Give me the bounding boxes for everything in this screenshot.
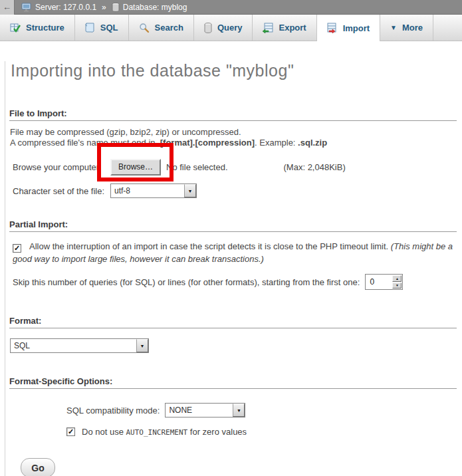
database-icon	[112, 3, 120, 12]
allow-interrupt-row: ✓Allow the interruption of an import in …	[13, 240, 459, 265]
browse-label: Browse your computer:	[13, 162, 110, 172]
page-title: Importing into the database "myblog"	[11, 61, 462, 80]
spinner-down-button[interactable]: ▼	[392, 283, 402, 289]
server-icon	[21, 3, 32, 12]
section-heading-partial-import: Partial Import:	[9, 219, 457, 232]
tab-sql[interactable]: SQL	[75, 15, 129, 41]
breadcrumb: Server: 127.0.0.1 » Database: myblog	[21, 3, 187, 12]
tab-bar: Structure SQL Search Query Export	[0, 15, 462, 41]
breadcrumb-bar: ← Server: 127.0.0.1 » Database: myblog	[0, 0, 462, 15]
allow-interrupt-checkbox[interactable]: ✓	[13, 244, 21, 253]
select-arrow-icon[interactable]: ▼	[233, 404, 245, 417]
tab-label: SQL	[100, 23, 118, 33]
tab-more[interactable]: ▼ More	[380, 15, 433, 41]
compression-line2-mid: . Example:	[255, 138, 298, 148]
select-arrow-icon[interactable]: ▼	[136, 339, 148, 352]
tab-label: Search	[155, 23, 183, 33]
section-heading-format: Format:	[9, 316, 457, 328]
search-icon	[139, 23, 150, 33]
autoinc-prefix: Do not use	[82, 427, 126, 437]
charset-label: Character set of the file:	[13, 186, 110, 196]
go-button[interactable]: Go	[21, 458, 55, 476]
sql-compat-select[interactable]: NONE ▼	[165, 403, 245, 417]
compression-line1: File may be compressed (gzip, bzip2, zip…	[10, 127, 241, 137]
no-file-selected-text: No file selected.	[166, 162, 228, 172]
section-heading-format-options: Format-Specific Options:	[9, 376, 457, 389]
structure-icon	[10, 23, 21, 33]
autoinc-suffix: for zero values	[187, 427, 247, 437]
chevron-down-icon: ▼	[390, 24, 397, 31]
compression-note: File may be compressed (gzip, bzip2, zip…	[10, 127, 455, 148]
autoinc-code: AUTO_INCREMENT	[126, 428, 188, 437]
browse-row: Browse your computer: Browse… No file se…	[13, 158, 462, 176]
section-heading-file-to-import: File to Import:	[9, 108, 457, 121]
spinner-up-button[interactable]: ▲	[392, 275, 402, 282]
breadcrumb-database[interactable]: Database: myblog	[123, 3, 187, 12]
sql-compat-row: SQL compatibility mode: NONE ▼	[66, 402, 462, 418]
select-arrow-icon[interactable]: ▼	[184, 184, 196, 197]
tab-search[interactable]: Search	[129, 15, 194, 41]
format-select[interactable]: SQL ▼	[10, 338, 149, 353]
breadcrumb-separator: »	[102, 3, 106, 12]
skip-queries-value: 0	[366, 275, 392, 289]
import-icon	[327, 23, 338, 33]
allow-interrupt-text: Allow the interruption of an import in c…	[29, 241, 391, 251]
sql-compat-selected-value: NONE	[166, 404, 233, 417]
autoinc-row: ✓ Do not use AUTO_INCREMENT for zero val…	[66, 425, 462, 437]
content-area: Importing into the database "myblog" Fil…	[5, 61, 462, 476]
sql-icon	[85, 23, 95, 33]
export-icon	[263, 23, 273, 33]
compression-line2-prefix: A compressed file's name must end in	[10, 138, 158, 148]
tab-query[interactable]: Query	[194, 15, 253, 41]
max-size-text: (Max: 2,048KiB)	[284, 162, 346, 172]
tab-label: Import	[343, 23, 370, 33]
tab-label: Export	[279, 23, 306, 33]
tab-export[interactable]: Export	[253, 15, 316, 41]
skip-queries-row: Skip this number of queries (for SQL) or…	[13, 273, 462, 291]
skip-queries-input[interactable]: 0 ▲ ▼	[365, 274, 403, 290]
back-arrow-button[interactable]: ←	[0, 0, 15, 15]
charset-row: Character set of the file: utf-8 ▼	[13, 183, 462, 199]
autoinc-label: Do not use AUTO_INCREMENT for zero value…	[82, 427, 247, 437]
compression-example: .sql.zip	[298, 138, 327, 148]
charset-select[interactable]: utf-8 ▼	[110, 183, 197, 198]
tab-label: Structure	[26, 23, 64, 33]
query-icon	[204, 23, 212, 33]
browse-button[interactable]: Browse…	[110, 159, 161, 176]
sql-compat-label: SQL compatibility mode:	[66, 406, 160, 416]
format-selected-value: SQL	[11, 339, 136, 352]
compression-format-pattern: .[format].[compression]	[158, 138, 255, 148]
tab-import[interactable]: Import	[317, 15, 380, 41]
tab-label: More	[402, 23, 423, 33]
number-spinner: ▲ ▼	[392, 275, 402, 289]
charset-selected-value: utf-8	[111, 184, 184, 197]
phpmyadmin-import-page: { "icons": { "back_glyph": "←", "chevron…	[0, 0, 462, 476]
skip-queries-label: Skip this number of queries (for SQL) or…	[13, 277, 360, 287]
autoinc-checkbox[interactable]: ✓	[66, 427, 75, 436]
back-arrow-icon: ←	[3, 2, 11, 12]
tab-structure[interactable]: Structure	[0, 15, 75, 41]
tab-label: Query	[217, 23, 243, 33]
breadcrumb-server[interactable]: Server: 127.0.0.1	[35, 3, 96, 12]
